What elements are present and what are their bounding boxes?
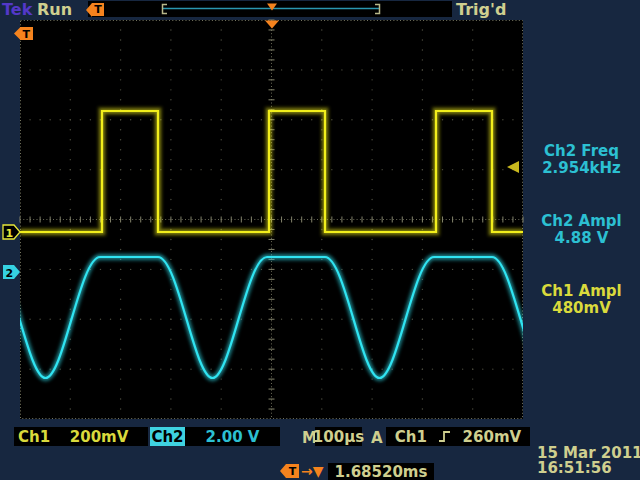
trigger-t-icon-footer: T bbox=[286, 464, 299, 478]
ch2-ground-marker: 2 bbox=[3, 265, 20, 280]
trigger-level: 260mV bbox=[463, 428, 522, 446]
trigger-settings-readout: Ch1 260mV bbox=[386, 427, 530, 446]
measurement-label: Ch1 Ampl bbox=[525, 283, 638, 300]
trigger-time-value: 1.68520ms bbox=[335, 463, 428, 480]
trigger-offset-arrow-icons: →▼ bbox=[301, 463, 324, 479]
measurement-ch2-freq: Ch2 Freq 2.954kHz bbox=[525, 143, 638, 177]
ch1-scale-value: 200mV bbox=[50, 428, 148, 446]
trigger-source: Ch1 bbox=[395, 428, 427, 446]
trigger-t-icon-graticule: T bbox=[14, 27, 33, 41]
measurement-ch1-ampl: Ch1 Ampl 480mV bbox=[525, 283, 638, 317]
down-triangle-icon: ▼ bbox=[313, 463, 324, 479]
trigger-time-readout: 1.68520ms bbox=[328, 463, 434, 480]
svg-text:1: 1 bbox=[6, 227, 14, 240]
rising-edge-icon bbox=[438, 430, 452, 443]
left-arrow-icon bbox=[280, 464, 286, 478]
datetime-display: 15 Mar 2011 16:51:56 bbox=[537, 446, 640, 476]
timebase-readout: 100µs bbox=[315, 427, 362, 446]
timebase-value: 100µs bbox=[313, 428, 364, 446]
svg-text:T: T bbox=[23, 28, 31, 41]
t-marker-label: T bbox=[289, 466, 297, 477]
right-arrow-icon: → bbox=[301, 463, 313, 479]
ch1-label: Ch1 bbox=[18, 428, 50, 446]
measurement-value: 4.88 V bbox=[525, 230, 638, 247]
ch2-scale-readout: 2.00 V bbox=[185, 427, 280, 446]
ch2-selected-chip: Ch2 bbox=[150, 427, 185, 446]
ch1-ground-marker: 1 bbox=[3, 225, 20, 240]
ch1-scale-readout: Ch1 200mV bbox=[14, 427, 148, 446]
ch2-scale-value: 2.00 V bbox=[206, 428, 260, 446]
svg-text:2: 2 bbox=[6, 267, 14, 280]
measurement-label: Ch2 Ampl bbox=[525, 213, 638, 230]
measurement-value: 2.954kHz bbox=[525, 160, 638, 177]
time-value: 16:51:56 bbox=[537, 461, 640, 476]
measurement-ch2-ampl: Ch2 Ampl 4.88 V bbox=[525, 213, 638, 247]
oscilloscope-screen: Tek Run T Trig'd 12T Ch2 Freq 2.954kHz C… bbox=[0, 0, 640, 480]
trigger-mode-label: A bbox=[371, 429, 383, 447]
ch2-label: Ch2 bbox=[151, 428, 183, 446]
measurement-value: 480mV bbox=[525, 300, 638, 317]
measurement-label: Ch2 Freq bbox=[525, 143, 638, 160]
